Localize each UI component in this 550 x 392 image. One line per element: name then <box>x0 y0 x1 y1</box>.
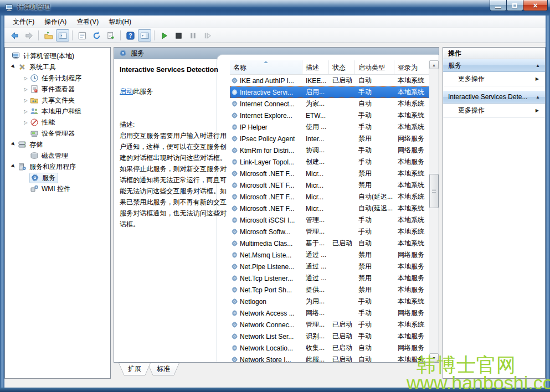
tree-expander-icon[interactable]: ▶ <box>9 61 18 71</box>
properties-button[interactable] <box>75 29 89 42</box>
menu-item-file[interactable]: 文件(F) <box>8 16 39 28</box>
service-row[interactable]: Microsoft iSCSI I... 管理... 手动 本地系统 <box>230 214 429 226</box>
start-service-link[interactable]: 启动 <box>120 87 133 95</box>
refresh-button[interactable] <box>90 29 103 42</box>
view-tab-标准[interactable]: 标准 <box>147 363 179 375</box>
tree-item-服务[interactable]: 服务 <box>5 172 110 183</box>
tree-item-性能[interactable]: ▷ 性能 <box>5 117 110 128</box>
start-service-button[interactable] <box>157 29 171 42</box>
actions-section-header-Interactive Services Dete...[interactable]: Interactive Services Dete... ▲ <box>443 91 545 104</box>
forward-button[interactable] <box>22 29 35 42</box>
close-button[interactable]: × <box>523 0 548 11</box>
collapse-arrow-icon[interactable]: ▲ <box>536 63 540 68</box>
tree-item-事件查看器[interactable]: ▷ 事件查看器 <box>5 84 110 95</box>
service-row[interactable]: KtmRm for Distri... 协调... 手动 网络服务 <box>230 145 429 156</box>
service-row[interactable]: Network List Ser... 识别... 已启动 手动 本地服务 <box>230 331 429 342</box>
tree-item-本地用户和组[interactable]: ▷ 本地用户和组 <box>5 106 110 117</box>
actions-menu-item[interactable]: 更多操作 ▶ <box>443 72 545 86</box>
tree-item-系统工具[interactable]: ▶ 系统工具 <box>5 61 110 73</box>
menu-item-action[interactable]: 操作(A) <box>39 16 71 28</box>
tree-expander-icon[interactable]: ▷ <box>22 109 30 114</box>
forward-icon <box>24 31 34 40</box>
help-button[interactable]: ? <box>124 29 137 42</box>
tree-item-服务和应用程序[interactable]: ▶ 服务和应用程序 <box>5 161 110 172</box>
actions-section-header-服务[interactable]: 服务 ▲ <box>443 59 545 72</box>
tree-expander-icon[interactable]: ▷ <box>22 98 30 103</box>
service-gear-icon <box>231 100 238 107</box>
column-header-3[interactable]: 状态 <box>329 60 355 74</box>
description-label: 描述: <box>120 120 223 130</box>
column-header-2[interactable]: 描述 <box>302 60 329 74</box>
back-button[interactable] <box>8 29 21 42</box>
pause-service-button[interactable] <box>186 29 199 42</box>
view-tabs: 扩展标准 <box>114 363 176 376</box>
view-tab-扩展[interactable]: 扩展 <box>119 363 151 375</box>
restore-button[interactable] <box>506 0 523 11</box>
section-gap <box>443 86 545 91</box>
service-row[interactable]: Netlogon 为用... 手动 本地系统 <box>230 296 429 307</box>
stop-service-button[interactable] <box>172 29 185 42</box>
service-row[interactable]: Multimedia Clas... 基于... 已启动 自动 本地系统 <box>230 238 429 249</box>
tree-expander-icon[interactable]: ▷ <box>22 76 30 81</box>
start-service-icon <box>160 31 169 40</box>
service-row[interactable]: Net.Pipe Listene... 通过 ... 禁用 本地服务 <box>230 261 429 272</box>
service-row[interactable]: IPsec Policy Agent Inter... 禁用 网络服务 <box>230 133 429 145</box>
computer-icon <box>12 51 21 60</box>
export-list-button[interactable] <box>104 29 117 42</box>
scroll-down-button[interactable]: ▼ <box>429 353 439 362</box>
minimize-button[interactable] <box>490 0 507 11</box>
service-row[interactable]: Network Access ... 网络... 手动 网络服务 <box>230 307 429 319</box>
service-row[interactable]: Network Store I... 此服... 已启动 自动 本地服务 <box>230 354 429 362</box>
selected-service-name: Interactive Services Detection <box>120 66 223 74</box>
service-row[interactable]: Interactive Servi... 启用... 手动 本地系统 <box>230 86 429 98</box>
service-gear-icon <box>231 251 238 259</box>
list-vertical-scrollbar[interactable]: ▲ ▼ <box>429 60 439 362</box>
service-row[interactable]: Microsoft .NET F... Micr... 禁用 本地系统 <box>230 179 429 191</box>
restart-service-icon <box>203 31 212 40</box>
restart-service-button[interactable] <box>201 29 214 42</box>
column-header-4[interactable]: 启动类型 <box>355 60 394 74</box>
list-rows: IKE and AuthIP I... IKEE... 已启动 自动 本地系统 … <box>230 75 429 362</box>
storage-icon <box>18 140 27 149</box>
service-row[interactable]: Internet Connect... 为家... 自动 本地系统 <box>230 98 429 110</box>
column-header-5[interactable]: 登录为 <box>394 60 429 74</box>
service-row[interactable]: Microsoft .NET F... Micr... 自动(延迟... 本地系… <box>230 203 429 214</box>
scroll-up-button[interactable]: ▲ <box>429 60 439 69</box>
actions-menu-item[interactable]: 更多操作 ▶ <box>443 104 545 118</box>
service-row[interactable]: IP Helper 使用 ... 手动 本地系统 <box>230 121 429 133</box>
service-gear-icon <box>231 356 238 362</box>
service-row[interactable]: Network Connec... 管理... 已启动 手动 本地系统 <box>230 319 429 331</box>
service-row[interactable]: Network Locatio... 收集... 已启动 自动 网络服务 <box>230 342 429 354</box>
collapse-arrow-icon[interactable]: ▲ <box>536 95 540 100</box>
service-row[interactable]: Net.Tcp Listener... 通过 ... 禁用 本地服务 <box>230 272 429 284</box>
tree-item-WMI 控件[interactable]: WMI 控件 <box>5 183 110 194</box>
tree-item-共享文件夹[interactable]: ▷ 共享文件夹 <box>5 95 110 106</box>
titlebar[interactable]: 计算机管理 × <box>0 0 550 16</box>
show-action-pane-button[interactable] <box>138 29 151 42</box>
service-row[interactable]: Net.Msmq Liste... 通过 ... 禁用 网络服务 <box>230 249 429 261</box>
service-row[interactable]: Microsoft Softw... 管理... 手动 本地系统 <box>230 226 429 238</box>
service-row[interactable]: Net.Tcp Port Sh... 提供... 禁用 本地服务 <box>230 284 429 296</box>
service-row[interactable]: Microsoft .NET F... Micr... 自动(延迟... 本地系… <box>230 191 429 203</box>
scroll-thumb[interactable] <box>429 174 439 208</box>
tree-expander-icon[interactable]: ▶ <box>9 139 18 148</box>
menu-item-help[interactable]: 帮助(H) <box>104 16 136 28</box>
menu-item-view[interactable]: 查看(V) <box>71 16 104 28</box>
tree-item-存储[interactable]: ▶ 存储 <box>5 139 110 150</box>
service-row[interactable]: Internet Explore... ETW... 手动 本地系统 <box>230 110 429 121</box>
tree-item-任务计划程序[interactable]: ▷ 任务计划程序 <box>5 73 110 84</box>
up-one-level-button[interactable] <box>42 29 55 42</box>
tree-expander-icon[interactable]: ▷ <box>22 87 30 92</box>
service-row[interactable]: IKE and AuthIP I... IKEE... 已启动 自动 本地系统 <box>230 75 429 86</box>
service-gear-icon <box>231 298 238 305</box>
tree-item-磁盘管理[interactable]: 磁盘管理 <box>5 150 110 161</box>
tree-item-计算机管理(本地)[interactable]: 计算机管理(本地) <box>5 50 110 61</box>
tree-expander-icon[interactable]: ▷ <box>22 120 30 125</box>
show-console-tree-button[interactable] <box>56 29 69 42</box>
column-header-1[interactable]: 名称 <box>230 60 302 74</box>
service-row[interactable]: Link-Layer Topol... 创建... 手动 本地服务 <box>230 156 429 168</box>
help-icon: ? <box>126 31 135 40</box>
tree-item-设备管理器[interactable]: 设备管理器 <box>5 128 110 139</box>
service-row[interactable]: Microsoft .NET F... Micr... 禁用 本地系统 <box>230 168 429 179</box>
tree-expander-icon[interactable]: ▶ <box>9 161 18 171</box>
